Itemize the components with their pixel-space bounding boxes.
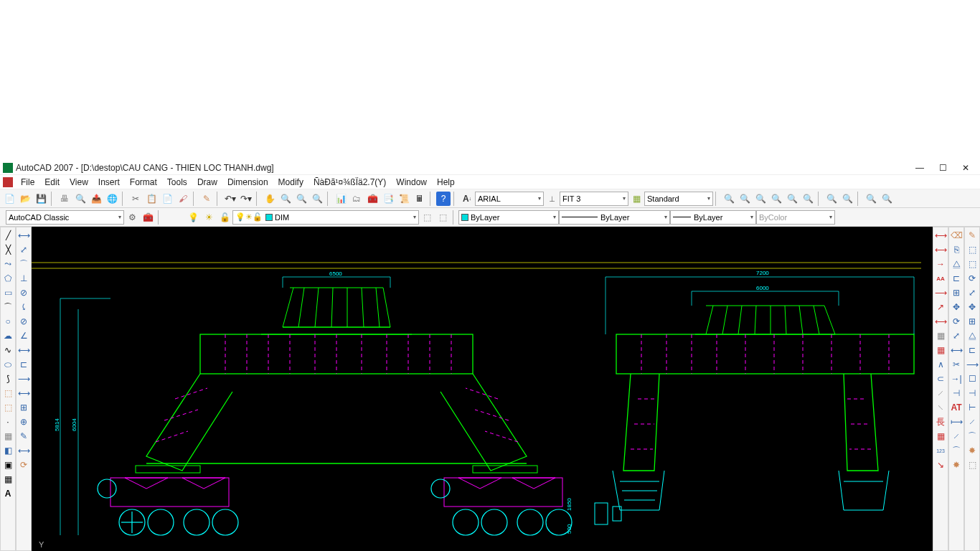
- insert-button[interactable]: ⬚: [1, 387, 14, 400]
- hatch2-button[interactable]: ▦: [934, 329, 947, 342]
- layer-lock-icon[interactable]: 🔓: [217, 210, 232, 225]
- break-button[interactable]: ⊣: [950, 387, 963, 400]
- fillet-button[interactable]: ⌒: [950, 444, 963, 457]
- m3-17[interactable]: ⬚: [966, 458, 979, 471]
- zoom1-button[interactable]: 🔍: [722, 192, 736, 206]
- chamfer-button[interactable]: ⟋: [950, 430, 963, 443]
- plot-button[interactable]: 🖶: [57, 192, 72, 206]
- copy-button[interactable]: 📋: [144, 192, 159, 206]
- prop-button[interactable]: 📊: [334, 192, 348, 206]
- dim9-button[interactable]: ⊂: [934, 372, 947, 385]
- tp-button[interactable]: 🧰: [365, 192, 380, 206]
- zoom4-button[interactable]: 🔍: [769, 192, 783, 206]
- preview-button[interactable]: 🔍: [73, 192, 88, 206]
- zoom5-button[interactable]: 🔍: [785, 192, 799, 206]
- dim8-button[interactable]: ∧: [934, 358, 947, 371]
- hatch-button[interactable]: ▦: [1, 430, 14, 443]
- menu-insert[interactable]: Insert: [93, 177, 125, 187]
- point-button[interactable]: ·: [1, 415, 14, 428]
- dimedit-button[interactable]: ✎: [17, 430, 30, 443]
- dim10-button[interactable]: ⟋: [934, 387, 947, 400]
- hatch3-button[interactable]: ▦: [934, 344, 947, 357]
- dimlinear-button[interactable]: ⟷: [17, 229, 30, 242]
- m3-6[interactable]: ✥: [966, 301, 979, 314]
- menu-file[interactable]: File: [16, 177, 39, 187]
- m3-13[interactable]: ⊢: [966, 401, 979, 414]
- mtext-button[interactable]: A: [1, 487, 14, 500]
- m3-16[interactable]: ✸: [966, 444, 979, 457]
- zoomin-button[interactable]: 🔍: [824, 192, 839, 206]
- help-button[interactable]: ?: [436, 192, 451, 206]
- zoomprev-button[interactable]: 🔍: [310, 192, 324, 206]
- region-button[interactable]: ▣: [1, 458, 14, 471]
- spline-button[interactable]: ∿: [1, 344, 14, 357]
- undo-button[interactable]: ↶▾: [223, 192, 237, 206]
- m3-14[interactable]: ⟋: [966, 415, 979, 428]
- trim-button[interactable]: ✂: [950, 358, 963, 371]
- rotate-button[interactable]: ⟳: [950, 315, 963, 328]
- mirror-button[interactable]: ⧋: [950, 258, 963, 270]
- array-button[interactable]: ⊞: [950, 286, 963, 299]
- m3-11[interactable]: ☐: [966, 372, 979, 385]
- centermark-button[interactable]: ⊕: [17, 415, 30, 428]
- dimaligned-button[interactable]: ⤢: [17, 243, 30, 256]
- explode-button[interactable]: ✸: [950, 458, 963, 471]
- ellipsearc-button[interactable]: ⟆: [1, 372, 14, 385]
- new-button[interactable]: 📄: [2, 192, 17, 206]
- offset-button[interactable]: ⊏: [950, 272, 963, 285]
- layermgr-button[interactable]: ⬚: [435, 210, 450, 225]
- zoomout-button[interactable]: 🔍: [840, 192, 854, 206]
- publish-button[interactable]: 📤: [89, 192, 103, 206]
- xline-button[interactable]: ╳: [1, 243, 14, 256]
- layer-bulb-icon[interactable]: 💡: [186, 210, 200, 225]
- textstyle-icon[interactable]: A↓: [460, 192, 474, 206]
- zoom2-button[interactable]: 🔍: [738, 192, 752, 206]
- zoom6-button[interactable]: 🔍: [801, 192, 815, 206]
- dimstyle-icon[interactable]: ⟂: [545, 192, 559, 206]
- ws-settings-button[interactable]: ⚙: [125, 210, 139, 225]
- menu-view[interactable]: View: [65, 177, 93, 187]
- menu-help[interactable]: Help: [432, 177, 460, 187]
- color-dropdown[interactable]: ByLayer ▾: [458, 210, 559, 225]
- ssm-button[interactable]: 📑: [381, 192, 395, 206]
- blockedit-button[interactable]: ✎: [199, 192, 214, 206]
- ellipse-button[interactable]: ⬭: [1, 358, 14, 371]
- menu-format[interactable]: Format: [125, 177, 162, 187]
- close-button[interactable]: ✕: [954, 161, 977, 174]
- minimize-button[interactable]: —: [908, 161, 931, 174]
- rect-button[interactable]: ▭: [1, 286, 14, 299]
- menu-edit[interactable]: Edit: [39, 177, 65, 187]
- menu-dimension[interactable]: Dimension: [222, 177, 273, 187]
- zoomext-button[interactable]: 🔍: [864, 192, 878, 206]
- dim5-button[interactable]: ⟶: [934, 286, 947, 299]
- move-button[interactable]: ✥: [950, 301, 963, 314]
- extend-button[interactable]: →|: [950, 372, 963, 385]
- dim6-button[interactable]: ↗: [934, 301, 947, 314]
- at-button[interactable]: AT: [950, 401, 963, 414]
- dimnum-button[interactable]: 123: [934, 444, 947, 457]
- join-button[interactable]: ⟼: [950, 415, 963, 428]
- dimrad-button[interactable]: ⊘: [17, 286, 30, 299]
- tablestyle-icon[interactable]: ▦: [629, 192, 644, 206]
- line-button[interactable]: ╱: [1, 229, 14, 242]
- dimstyle-dropdown[interactable]: FIT 3 ▾: [560, 192, 628, 206]
- dimh3-button[interactable]: →: [934, 258, 947, 270]
- menu-extra[interactable]: ÑàĐã¹¤¾ßÏä2.7(Y): [308, 177, 391, 187]
- markup-button[interactable]: 📜: [397, 192, 411, 206]
- m3-2[interactable]: ⬚: [966, 243, 979, 256]
- m3-9[interactable]: ⊏: [966, 344, 979, 357]
- m3-15[interactable]: ⌒: [966, 430, 979, 443]
- copy2-button[interactable]: ⎘: [950, 243, 963, 256]
- arc-button[interactable]: ⌒: [1, 301, 14, 314]
- layerprev-button[interactable]: ⬚: [420, 210, 434, 225]
- m3-5[interactable]: ⤢: [966, 286, 979, 299]
- calc-button[interactable]: 🖩: [413, 192, 427, 206]
- m3-4[interactable]: ⟳: [966, 272, 979, 285]
- dim7-button[interactable]: ⟷: [934, 315, 947, 328]
- dimh-button[interactable]: ⟷: [934, 229, 947, 242]
- dimtedit-button[interactable]: ⟷: [17, 444, 30, 457]
- dimang-button[interactable]: ∠: [17, 329, 30, 342]
- zoomall-button[interactable]: 🔍: [880, 192, 894, 206]
- dimcont-button[interactable]: ⟶: [17, 372, 30, 385]
- erase-button[interactable]: ⌫: [950, 229, 963, 242]
